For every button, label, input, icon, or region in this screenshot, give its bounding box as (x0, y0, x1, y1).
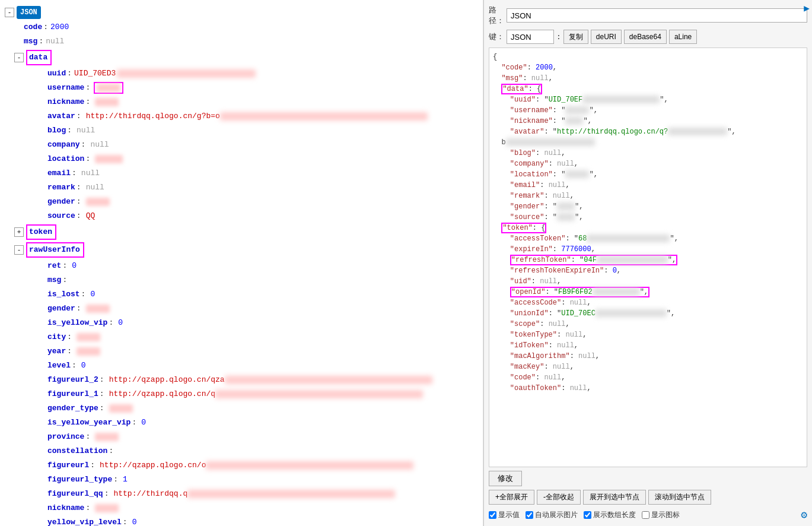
islost-val: 0 (90, 289, 95, 300)
avatar-row: avatar : http://thirdqq.qlogo.cn/g?b=o (0, 109, 483, 123)
auto-img-checkbox[interactable] (526, 511, 533, 519)
token-key: token (29, 226, 52, 238)
debase64-button[interactable]: deBase64 (624, 30, 667, 44)
collapse-all-button[interactable]: -全部收起 (537, 490, 581, 505)
show-count-label[interactable]: 展示数组长度 (584, 510, 636, 520)
blog-row: blog : null (0, 123, 483, 138)
gendertype-val (109, 404, 133, 413)
show-icon-label[interactable]: 显示图标 (642, 510, 680, 520)
blog-val: null (77, 125, 95, 137)
gear-icon[interactable]: ⚙ (801, 508, 807, 521)
yellowviplevel-val: 0 (132, 517, 137, 526)
modify-button[interactable]: 修改 (489, 471, 522, 486)
username-val-box[interactable] (94, 82, 123, 94)
islost-key: is_lost (47, 289, 80, 300)
key-input[interactable] (507, 30, 554, 44)
path-input[interactable] (507, 8, 807, 23)
show-val-text: 显示值 (498, 510, 520, 520)
username-row: username : (0, 81, 483, 95)
left-panel: - JSON code : 2000 msg : null - data uui… (0, 0, 483, 526)
city-val (77, 333, 100, 341)
nickname-key: nickname (47, 96, 84, 108)
rawuserinfo-key-box[interactable]: rawUserInfo (26, 242, 84, 258)
yellowvip-row: is_yellow_vip : 0 (0, 316, 483, 330)
yellowviplevel-row: yellow_vip_level : 0 (0, 515, 483, 526)
yellowviplevel-key: yellow_vip_level (47, 517, 122, 526)
copy-button[interactable]: 复制 (563, 30, 588, 44)
figureurl2-key: figureurl_2 (47, 374, 98, 386)
raw-nickname-row: nickname : (0, 501, 483, 515)
year-row: year : (0, 344, 483, 359)
yellowvip-key: is_yellow_vip (47, 317, 107, 329)
figureurl2-val-blurred (225, 376, 432, 384)
figureurl-key: figureurl (47, 460, 89, 471)
data-key-box[interactable]: data (26, 50, 52, 65)
figureurl-val-blurred (206, 461, 413, 470)
company-val: null (90, 139, 109, 151)
show-count-checkbox[interactable] (584, 511, 591, 519)
rawuserinfo-toggle[interactable]: - (14, 245, 24, 255)
data-node: - data (0, 49, 483, 66)
source-key: source (47, 210, 75, 222)
username-val (97, 84, 120, 92)
rawmsg-row: msg : (0, 273, 483, 287)
show-val-label[interactable]: 显示值 (489, 510, 520, 520)
deuri-button[interactable]: deURI (591, 30, 622, 44)
level-row: level : 0 (0, 359, 483, 373)
panel-corner-arrow: ▶ (804, 2, 810, 14)
location-row: location : (0, 152, 483, 166)
constellation-key: constellation (47, 445, 107, 457)
yellowyearvip-key: is_yellow_year_vip (47, 417, 130, 429)
msg-row: msg : null (0, 34, 483, 49)
figureurl2-row: figureurl_2 : http://qzapp.qlogo.cn/qza (0, 373, 483, 387)
code-key: code (24, 21, 42, 33)
province-val (95, 433, 119, 441)
gender-val (86, 198, 110, 206)
avatar-key: avatar (47, 110, 75, 122)
scroll-selected-button[interactable]: 滚动到选中节点 (648, 490, 711, 505)
show-val-checkbox[interactable] (489, 511, 496, 519)
nickname-row: nickname : (0, 95, 483, 109)
constellation-row: constellation : (0, 444, 483, 458)
aline-button[interactable]: aLine (669, 30, 697, 44)
email-row: email : null (0, 166, 483, 180)
avatar-val-blurred (220, 112, 428, 121)
figureurlqq-key: figureurl_qq (47, 488, 103, 500)
figureurlqq-val-blurred (187, 490, 395, 498)
email-val: null (81, 167, 100, 179)
gendertype-row: gender_type : (0, 401, 483, 416)
uuid-val-blurred (117, 69, 256, 78)
token-toggle[interactable]: + (14, 227, 24, 237)
remark-row: remark : null (0, 180, 483, 195)
token-key-box[interactable]: token (26, 224, 56, 240)
figureurlqq-row: figureurl_qq : http://thirdqq.q (0, 487, 483, 501)
token-node: + token (0, 223, 483, 241)
company-row: company : null (0, 138, 483, 152)
data-toggle[interactable]: - (14, 53, 24, 62)
figureurltype-val: 1 (123, 474, 128, 486)
data-key: data (29, 52, 47, 64)
province-key: province (47, 431, 84, 443)
figureurl-row: figureurl : http://qzapp.qlogo.cn/o (0, 458, 483, 473)
checkbox-row: 显示值 自动展示图片 展示数组长度 显示图标 ⚙ (489, 508, 807, 521)
ret-key: ret (47, 260, 61, 272)
root-node: - JSON (0, 5, 483, 20)
code-val: 2000 (50, 21, 69, 33)
yellowyearvip-row: is_yellow_year_vip : 0 (0, 416, 483, 430)
nickname-val (95, 98, 119, 106)
expand-all-button[interactable]: +全部展开 (489, 490, 534, 505)
level-val: 0 (81, 360, 86, 372)
figureurl1-row: figureurl_1 : http://qzapp.qlogo.cn/q (0, 387, 483, 401)
remark-key: remark (47, 182, 75, 194)
code-row: code : 2000 (0, 20, 483, 34)
expand-selected-button[interactable]: 展开到选中节点 (583, 490, 646, 505)
show-icon-checkbox[interactable] (642, 511, 649, 519)
location-key: location (47, 153, 84, 165)
root-toggle[interactable]: - (5, 8, 14, 17)
uuid-key: uuid (47, 68, 66, 80)
location-val (95, 155, 123, 163)
json-tag: JSON (17, 6, 41, 19)
username-key: username (47, 82, 84, 94)
json-view[interactable]: { "code": 2000, "msg": null, "data": { "… (489, 47, 807, 467)
auto-img-label[interactable]: 自动展示图片 (526, 510, 578, 520)
